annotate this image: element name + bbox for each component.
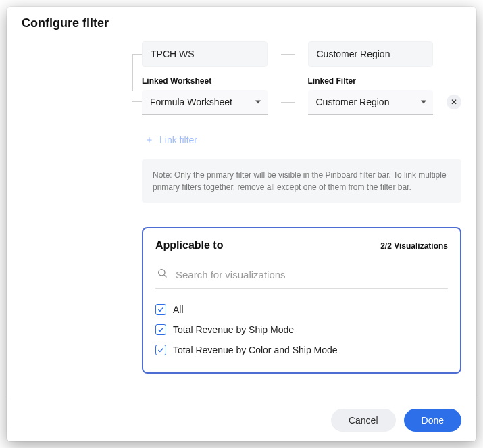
svg-line-1 [164,275,166,277]
check-icon [157,326,164,333]
visualization-search[interactable] [155,264,448,289]
modal-footer: Cancel Done [7,399,476,441]
primary-worksheet-value: TPCH WS [142,41,268,67]
viz-item-1[interactable]: Total Revenue by Ship Mode [155,320,448,340]
primary-filter-value: Customer Region [308,41,434,67]
applicable-title: Applicable to [155,239,223,251]
linked-worksheet-select[interactable]: Formula Worksheet [142,90,268,115]
add-link-label: Link filter [159,134,197,145]
viz-item-all[interactable]: All [155,299,448,320]
modal-header: Configure filter [7,7,476,34]
link-filter-note: Note: Only the primary filter will be vi… [142,159,461,203]
linked-filter-label: Linked Filter [308,76,434,86]
linked-worksheet-label: Linked Worksheet [142,76,268,86]
linked-filter-select[interactable]: Customer Region [308,90,434,115]
viz-item-label: Total Revenue by Color and Ship Mode [173,345,338,355]
check-icon [157,347,164,353]
applicable-to-panel: Applicable to 2/2 Visualizations All [142,227,461,374]
modal-title: Configure filter [22,16,461,30]
cancel-button[interactable]: Cancel [331,409,396,432]
viz-item-2[interactable]: Total Revenue by Color and Ship Mode [155,340,448,360]
applicable-header: Applicable to 2/2 Visualizations [155,239,448,251]
svg-point-0 [159,270,165,276]
visualization-search-input[interactable] [174,268,447,281]
checkbox-viz-2[interactable] [155,345,166,355]
modal-body: TPCH WS Customer Region Linked Worksheet… [7,34,476,399]
remove-linked-filter-button[interactable]: ✕ [447,95,461,109]
applicable-count: 2/2 Visualizations [380,241,448,251]
primary-filter-row: TPCH WS Customer Region [142,41,461,67]
configure-filter-modal: Configure filter TPCH WS Customer Region [7,7,476,441]
search-icon [157,268,168,281]
viz-item-label: All [173,304,184,315]
viz-item-label: Total Revenue by Ship Mode [173,324,294,335]
plus-icon: ＋ [145,134,154,146]
done-button[interactable]: Done [404,409,461,432]
add-link-filter-button[interactable]: ＋ Link filter [142,124,200,155]
checkbox-all[interactable] [155,304,166,315]
checkbox-viz-1[interactable] [155,324,166,335]
close-icon: ✕ [451,97,457,107]
check-icon [157,306,164,313]
linked-filter-row: Linked Worksheet Formula Worksheet Linke… [142,76,461,115]
